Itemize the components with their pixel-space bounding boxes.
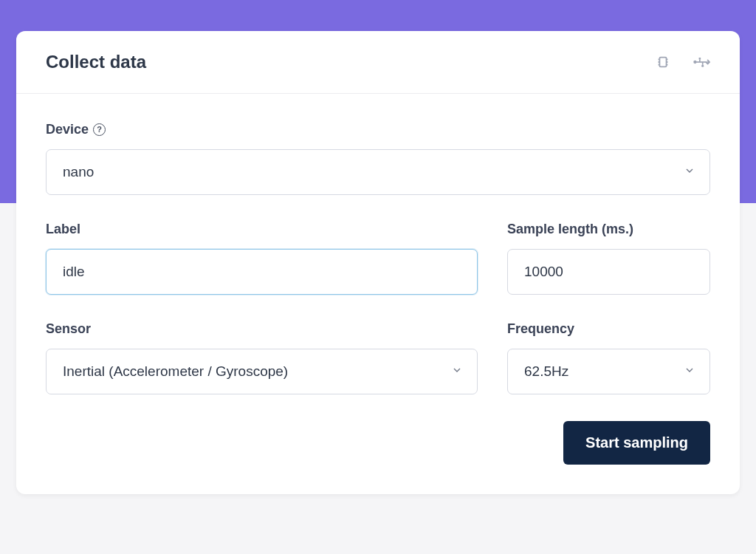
sample-length-field: Sample length (ms.) — [507, 222, 710, 295]
svg-point-11 — [701, 65, 704, 67]
card-header: Collect data — [16, 31, 740, 94]
frequency-select[interactable]: 62.5Hz — [507, 349, 710, 394]
frequency-select-value: 62.5Hz — [507, 349, 710, 394]
sensor-select-value: Inertial (Accelerometer / Gyroscope) — [46, 349, 478, 394]
device-select-value: nano — [46, 149, 710, 195]
svg-rect-9 — [699, 58, 701, 60]
header-icons — [654, 53, 710, 71]
sensor-label: Sensor — [46, 321, 478, 337]
collect-data-card: Collect data — [16, 31, 740, 494]
label-sample-row: Label Sample length (ms.) — [46, 222, 710, 295]
sensor-field: Sensor Inertial (Accelerometer / Gyrosco… — [46, 321, 478, 394]
device-label: Device ? — [46, 122, 710, 137]
label-input[interactable] — [46, 249, 478, 295]
label-field: Label — [46, 222, 478, 295]
frequency-label: Frequency — [507, 321, 710, 337]
sensor-frequency-row: Sensor Inertial (Accelerometer / Gyrosco… — [46, 321, 710, 394]
card-title: Collect data — [46, 52, 146, 72]
device-select[interactable]: nano — [46, 149, 710, 195]
device-label-text: Device — [46, 122, 89, 137]
frequency-field: Frequency 62.5Hz — [507, 321, 710, 394]
device-field: Device ? nano — [46, 122, 710, 195]
sample-length-label: Sample length (ms.) — [507, 222, 710, 237]
sample-length-input[interactable] — [507, 249, 710, 295]
sensor-select[interactable]: Inertial (Accelerometer / Gyroscope) — [46, 349, 478, 394]
help-icon[interactable]: ? — [93, 123, 106, 136]
card-body: Device ? nano Label Sample length (ms.) — [16, 94, 740, 494]
device-row: Device ? nano — [46, 122, 710, 195]
label-label: Label — [46, 222, 478, 237]
actions-row: Start sampling — [46, 421, 710, 465]
svg-rect-8 — [695, 61, 706, 63]
usb-icon[interactable] — [693, 53, 710, 71]
svg-rect-0 — [659, 58, 666, 67]
chip-icon[interactable] — [654, 53, 672, 71]
start-sampling-button[interactable]: Start sampling — [563, 421, 710, 465]
